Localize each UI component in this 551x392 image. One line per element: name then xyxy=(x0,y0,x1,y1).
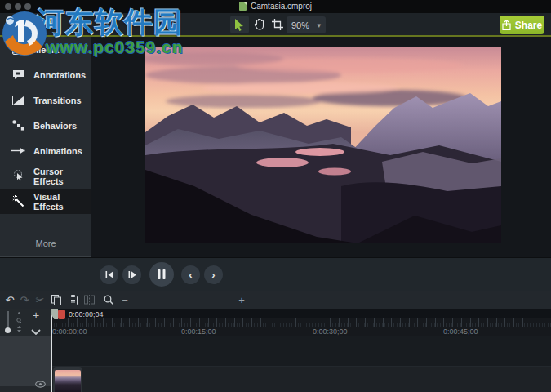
sidebar-item-label: Animations xyxy=(33,146,82,156)
more-label: More xyxy=(35,238,56,248)
select-tool-button[interactable] xyxy=(230,16,249,33)
track-height-slider-thumb[interactable] xyxy=(5,327,11,333)
timeline-track-area[interactable] xyxy=(51,336,551,392)
sidebar-item-behaviors[interactable]: Behaviors xyxy=(0,113,91,138)
sidebar-item-label: Cursor Effects xyxy=(33,167,91,186)
playhead-line[interactable] xyxy=(51,309,52,392)
sidebar-item-media[interactable]: Media xyxy=(0,37,91,62)
crop-tool-button[interactable] xyxy=(268,16,287,33)
titlebar: Camtasia.cmproj xyxy=(0,0,551,13)
redo-icon: ↷ xyxy=(20,294,29,306)
split-icon xyxy=(84,295,95,305)
clip-thumbnail xyxy=(55,370,81,392)
dot-icon xyxy=(17,311,21,315)
ruler-label: 0:00:15;00 xyxy=(181,327,216,336)
window-title: Camtasia.cmproj xyxy=(251,2,312,11)
previous-clip-button[interactable]: ‹ xyxy=(181,265,200,284)
paste-clipboard-icon xyxy=(69,295,78,305)
paste-button[interactable] xyxy=(65,292,80,307)
ruler-label: 0:00:45;00 xyxy=(443,327,478,336)
plus-icon: + xyxy=(238,294,245,306)
visual-effects-wand-icon xyxy=(11,194,25,208)
magnifier-icon xyxy=(104,295,113,305)
share-button[interactable]: Share xyxy=(500,16,544,34)
split-button[interactable] xyxy=(82,292,96,307)
cut-button[interactable]: ✂ xyxy=(33,292,47,307)
track-header-column xyxy=(0,336,51,392)
sidebar-item-transitions[interactable]: Transitions xyxy=(0,87,91,113)
timeline-zoom-button[interactable] xyxy=(101,292,116,307)
canvas-zoom-value: 90% xyxy=(291,20,309,30)
scissors-icon: ✂ xyxy=(36,294,45,306)
share-export-icon xyxy=(502,20,511,30)
sidebar-item-annotations[interactable]: Annotations xyxy=(0,62,91,87)
record-label: Record xyxy=(22,20,51,29)
ruler-label: 0:00:30;00 xyxy=(313,327,348,336)
plus-icon: + xyxy=(33,309,39,322)
copy-button[interactable] xyxy=(49,292,64,307)
share-label: Share xyxy=(515,20,542,31)
media-icon xyxy=(11,42,25,56)
sidebar-item-label: Visual Effects xyxy=(33,192,91,212)
step-forward-button[interactable] xyxy=(122,265,141,284)
sidebar-item-label: Annotations xyxy=(33,70,86,80)
ruler-ticks xyxy=(51,318,551,327)
timeline-ruler[interactable]: 0:00:00;04 0:00:00;00 0:00:15;00 0:00:30… xyxy=(51,309,551,336)
sidebar-spacer xyxy=(0,214,91,229)
undo-icon: ↶ xyxy=(6,294,15,306)
sidebar-item-visual-effects[interactable]: Visual Effects xyxy=(0,189,91,214)
sidebar: Media Annotations Transitions Behaviors xyxy=(0,37,91,257)
behaviors-icon xyxy=(11,118,25,132)
redo-button[interactable]: ↷ xyxy=(17,292,32,307)
sidebar-item-cursor-effects[interactable]: Cursor Effects xyxy=(0,163,91,189)
track-lane xyxy=(51,366,551,392)
playback-bar: ‹ › ⚙ Properties xyxy=(0,257,551,291)
next-clip-button[interactable]: › xyxy=(204,265,223,284)
track-visibility-eye-icon[interactable] xyxy=(35,381,46,388)
sidebar-item-label: Behaviors xyxy=(33,121,77,131)
pause-button[interactable] xyxy=(149,262,174,287)
canvas-stage xyxy=(91,37,551,257)
canvas-zoom-select[interactable]: 90% ▾ xyxy=(287,16,326,33)
main-area: Media Annotations Transitions Behaviors xyxy=(0,37,551,257)
sidebar-item-label: Transitions xyxy=(33,96,82,105)
small-magnifier-icon xyxy=(16,318,22,323)
hand-icon xyxy=(254,19,264,30)
track-header xyxy=(0,336,51,386)
timeline-zoom-out-button[interactable]: − xyxy=(118,292,132,307)
project-document-icon xyxy=(239,2,247,11)
ruler-label: 0:00:00;00 xyxy=(52,327,87,336)
video-preview[interactable] xyxy=(145,47,501,243)
pan-tool-button[interactable] xyxy=(250,16,269,33)
record-button[interactable]: Record xyxy=(7,16,51,33)
toolbar: Record 90% ▾ Share xyxy=(0,13,551,37)
annotations-icon xyxy=(11,68,25,82)
sidebar-item-animations[interactable]: Animations xyxy=(0,138,91,163)
media-clip[interactable] xyxy=(53,368,82,392)
animations-icon xyxy=(11,144,25,158)
crop-icon xyxy=(272,19,283,30)
timeline-zoom-in-button[interactable]: + xyxy=(234,292,249,307)
step-back-button[interactable] xyxy=(100,265,118,284)
track-height-slider[interactable] xyxy=(7,311,9,327)
chevron-down-icon: ▾ xyxy=(317,21,321,29)
chevron-down-icon xyxy=(31,329,41,335)
timeline-track-controls: + xyxy=(0,309,51,336)
undo-button[interactable]: ↶ xyxy=(2,292,17,307)
sidebar-more-button[interactable]: More xyxy=(0,229,91,257)
record-camera-icon xyxy=(7,20,18,29)
window-title-wrap: Camtasia.cmproj xyxy=(0,2,551,11)
timeline-toolbar: ↶ ↷ ✂ xyxy=(0,291,551,309)
camtasia-window: Camtasia.cmproj Record xyxy=(0,0,551,392)
playhead-out-handle[interactable] xyxy=(58,310,65,319)
track-mini-controls xyxy=(16,311,22,332)
select-cursor-icon xyxy=(234,19,245,31)
up-down-arrows-icon xyxy=(16,326,22,332)
mountain-sunset-frame xyxy=(145,47,501,243)
chevron-left-icon: ‹ xyxy=(189,270,192,280)
add-track-button[interactable]: + xyxy=(26,309,46,322)
chevron-right-icon: › xyxy=(211,270,215,280)
playhead-time-label: 0:00:00;04 xyxy=(69,310,104,318)
cursor-effects-icon xyxy=(11,169,25,183)
copy-icon xyxy=(51,295,61,305)
